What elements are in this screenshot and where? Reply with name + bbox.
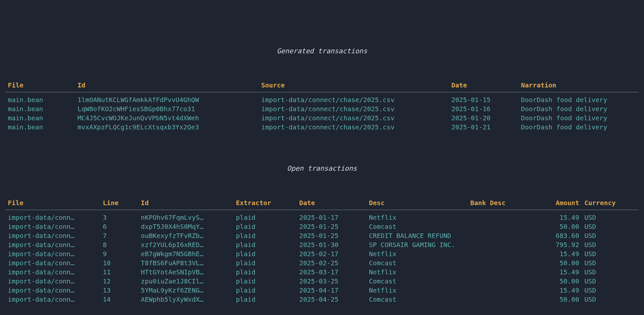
col-currency: Currency	[582, 198, 639, 210]
cell-source: import-data/connect/chase/2025.csv	[259, 113, 449, 123]
cell-file: import-data/conn…	[5, 268, 100, 277]
table-header-row: File Line Id Extractor Date Desc Bank De…	[5, 198, 639, 210]
cell-source: import-data/connect/chase/2025.csv	[259, 92, 449, 105]
cell-bank_desc	[468, 240, 531, 249]
cell-amount: 50.00	[531, 277, 582, 286]
cell-line: 6	[100, 222, 138, 231]
cell-date: 2025-01-21	[449, 123, 518, 132]
col-desc: Desc	[366, 198, 468, 210]
table-row: import-data/conn…3nKPOhv67FqmLvyS…plaid2…	[5, 210, 639, 222]
cell-id: mvxAXpzFLQCg1c9ELcXtsqxb3Yx2Qe3	[75, 123, 259, 132]
cell-bank_desc	[468, 268, 531, 277]
col-id: Id	[75, 80, 259, 92]
cell-file: main.bean	[5, 113, 75, 123]
cell-date: 2025-02-17	[297, 249, 366, 258]
cell-source: import-data/connect/chase/2025.csv	[259, 123, 449, 132]
cell-desc: Netflix	[366, 249, 468, 258]
cell-extractor: plaid	[233, 210, 297, 222]
generated-section-title: Generated transactions	[5, 47, 639, 56]
cell-desc: Netflix	[366, 268, 468, 277]
table-row: import-data/conn…7ouBKexyfzTFvRZb…plaid2…	[5, 231, 639, 240]
cell-file: main.bean	[5, 92, 75, 105]
col-id: Id	[138, 198, 233, 210]
cell-amount: 683.60	[531, 231, 582, 240]
table-row: import-data/conn…14AEWphb5lyXyWxdX…plaid…	[5, 295, 639, 304]
cell-bank_desc	[468, 210, 531, 222]
table-row: import-data/conn…11HTtGYotAeSNIpVB…plaid…	[5, 268, 639, 277]
col-extractor: Extractor	[233, 198, 297, 210]
cell-currency: USD	[582, 249, 639, 258]
cell-id: xzf2YUL6pI6xRED…	[138, 240, 233, 249]
cell-date: 2025-01-16	[449, 104, 518, 113]
cell-amount: 15.49	[531, 249, 582, 258]
cell-date: 2025-02-25	[297, 258, 366, 268]
cell-id: dxpT5J0X4hS0MqY…	[138, 222, 233, 231]
cell-currency: USD	[582, 222, 639, 231]
table-row: import-data/conn…9eB7gWkgm7N5GBhE…plaid2…	[5, 249, 639, 258]
table-row: import-data/conn…6dxpT5J0X4hS0MqY…plaid2…	[5, 222, 639, 231]
cell-file: import-data/conn…	[5, 222, 100, 231]
cell-amount: 15.49	[531, 210, 582, 222]
cell-id: ouBKexyfzTFvRZb…	[138, 231, 233, 240]
cell-desc: Netflix	[366, 210, 468, 222]
cell-file: import-data/conn…	[5, 286, 100, 295]
open-transactions-table: File Line Id Extractor Date Desc Bank De…	[5, 198, 639, 304]
table-header-row: File Id Source Date Narration	[5, 80, 639, 92]
cell-line: 14	[100, 295, 138, 304]
cell-extractor: plaid	[233, 258, 297, 268]
cell-file: import-data/conn…	[5, 240, 100, 249]
col-file: File	[5, 80, 75, 92]
open-section-title: Open transactions	[5, 164, 639, 173]
cell-file: import-data/conn…	[5, 258, 100, 268]
cell-extractor: plaid	[233, 277, 297, 286]
cell-id: zpu0iuZae1J8CIl…	[138, 277, 233, 286]
cell-amount: 795.92	[531, 240, 582, 249]
cell-file: import-data/conn…	[5, 210, 100, 222]
cell-line: 9	[100, 249, 138, 258]
cell-date: 2025-01-25	[297, 231, 366, 240]
cell-line: 11	[100, 268, 138, 277]
cell-extractor: plaid	[233, 268, 297, 277]
col-bank-desc: Bank Desc	[468, 198, 531, 210]
cell-date: 2025-01-15	[449, 92, 518, 105]
col-source: Source	[259, 80, 449, 92]
cell-file: main.bean	[5, 123, 75, 132]
cell-line: 12	[100, 277, 138, 286]
cell-desc: CREDIT BALANCE REFUND	[366, 231, 468, 240]
cell-currency: USD	[582, 277, 639, 286]
cell-extractor: plaid	[233, 286, 297, 295]
cell-extractor: plaid	[233, 231, 297, 240]
cell-bank_desc	[468, 222, 531, 231]
col-amount: Amount	[531, 198, 582, 210]
col-file: File	[5, 198, 100, 210]
cell-amount: 50.00	[531, 295, 582, 304]
cell-date: 2025-03-17	[297, 268, 366, 277]
cell-desc: Comcast	[366, 295, 468, 304]
cell-currency: USD	[582, 231, 639, 240]
cell-bank_desc	[468, 258, 531, 268]
cell-id: LqW8ofKO2cWHFiesSBGp0Bhx77co31	[75, 104, 259, 113]
generated-transactions-table: File Id Source Date Narration main.bean1…	[5, 80, 639, 132]
table-row: import-data/conn…8xzf2YUL6pI6xRED…plaid2…	[5, 240, 639, 249]
cell-bank_desc	[468, 231, 531, 240]
table-row: main.bean1lmOANutKCLWGfAmkkAfFdPvvU4GhQW…	[5, 92, 639, 105]
col-date: Date	[449, 80, 518, 92]
cell-currency: USD	[582, 210, 639, 222]
cell-file: import-data/conn…	[5, 231, 100, 240]
cell-bank_desc	[468, 286, 531, 295]
cell-id: 5YMaL9yKzf6ZENG…	[138, 286, 233, 295]
cell-narration: DoorDash food delivery	[518, 104, 639, 113]
cell-id: T8fBS6FuAP8t3VL…	[138, 258, 233, 268]
cell-currency: USD	[582, 258, 639, 268]
cell-desc: Comcast	[366, 258, 468, 268]
cell-line: 8	[100, 240, 138, 249]
col-date: Date	[297, 198, 366, 210]
table-row: main.beanmvxAXpzFLQCg1c9ELcXtsqxb3Yx2Qe3…	[5, 123, 639, 132]
cell-narration: DoorDash food delivery	[518, 113, 639, 123]
cell-date: 2025-01-30	[297, 240, 366, 249]
cell-currency: USD	[582, 286, 639, 295]
cell-narration: DoorDash food delivery	[518, 123, 639, 132]
cell-desc: Comcast	[366, 222, 468, 231]
table-row: import-data/conn…10T8fBS6FuAP8t3VL…plaid…	[5, 258, 639, 268]
table-row: import-data/conn…135YMaL9yKzf6ZENG…plaid…	[5, 286, 639, 295]
